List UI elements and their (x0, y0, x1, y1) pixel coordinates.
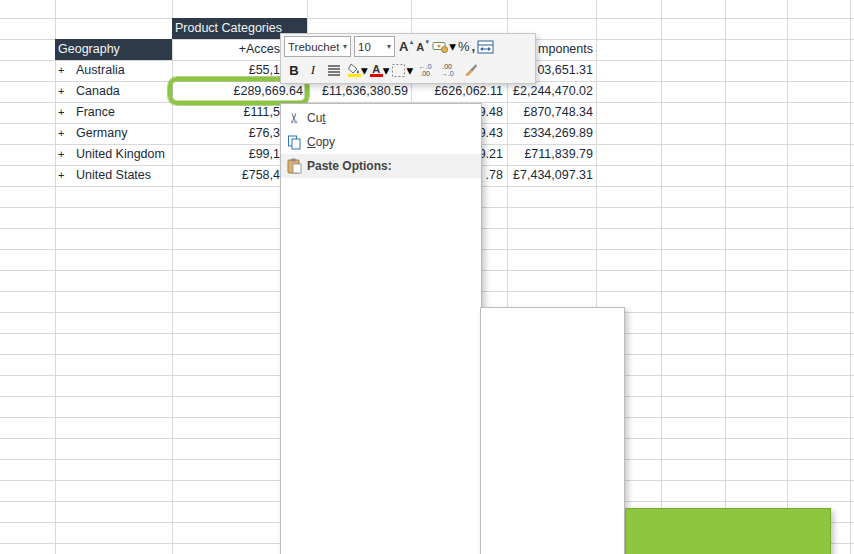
decrease-decimal-icon: .00 →.0 (441, 63, 454, 77)
gridline (850, 0, 851, 554)
gridline (787, 0, 788, 554)
value-cell[interactable]: £99,1 (172, 144, 280, 165)
money-icon (432, 40, 449, 53)
row-expander[interactable]: + (58, 144, 72, 165)
gridline (0, 18, 854, 19)
increase-decimal-button[interactable]: ←.0 .00 (415, 59, 435, 81)
chevron-down-icon: ▾ (449, 39, 456, 54)
value-cell[interactable]: £2,244,470.02 (500, 81, 593, 102)
font-name-combo[interactable]: Trebuchet ▾ (284, 36, 351, 57)
gridline (661, 0, 662, 554)
xlcubed-submenu (480, 307, 625, 554)
value-cell[interactable]: £870,748.34 (500, 102, 593, 123)
menu-item-paste-options: Paste Options: (281, 154, 481, 178)
chevron-down-icon: ▾ (384, 42, 394, 51)
comma-style-button[interactable]: , (472, 36, 476, 58)
menu-item-label: Cut (307, 111, 465, 125)
fill-color-button[interactable]: ▾ (347, 59, 368, 81)
scissors-icon: ✂ (281, 110, 307, 126)
borders-button[interactable]: ▾ (391, 59, 413, 81)
bold-button[interactable]: B (285, 59, 303, 81)
chevron-down-icon: ▾ (340, 42, 350, 51)
decrease-decimal-button[interactable]: .00 →.0 (437, 59, 457, 81)
row-expander[interactable]: + (58, 60, 72, 81)
gridline (725, 0, 726, 554)
geography-label-cell[interactable]: United Kingdom (76, 144, 171, 165)
chevron-down-icon: ▾ (406, 63, 413, 78)
row-expander[interactable]: + (58, 123, 72, 144)
value-cell[interactable]: £11,636,380.59 (307, 81, 408, 102)
formatting-submenu (625, 508, 831, 554)
menu-item-cut[interactable]: ✂Cut (281, 106, 481, 130)
geography-label-cell[interactable]: United States (76, 165, 171, 186)
up-arrow-icon: ▲ (408, 39, 414, 45)
center-align-icon (327, 64, 341, 76)
mini-toolbar-row-1: Trebuchet ▾ 10 ▾ A▲ A▼ ▾ % , (284, 35, 532, 59)
center-align-button[interactable] (323, 59, 345, 81)
borders-icon (391, 63, 406, 78)
row-expander[interactable]: + (58, 102, 72, 123)
menu-item-label: Copy (307, 135, 465, 149)
row-expander[interactable]: + (58, 81, 72, 102)
column-header-accessories[interactable]: +Acces (172, 39, 280, 60)
font-size-value: 10 (358, 41, 371, 53)
shrink-font-button[interactable]: A▼ (416, 36, 430, 58)
context-menu: ✂CutCopyPaste Options: (280, 103, 482, 554)
grow-font-icon: A (399, 39, 408, 54)
value-cell[interactable]: £76,3 (172, 123, 280, 144)
value-cell[interactable]: £626,062.11 (411, 81, 503, 102)
row-expander[interactable]: + (58, 165, 72, 186)
menu-item-label: Paste Options: (307, 159, 465, 173)
mini-toolbar-row-2: B I ▾ A ▾ (284, 59, 532, 83)
increase-decimal-icon: ←.0 .00 (419, 63, 432, 77)
copy-icon (281, 135, 307, 150)
shrink-font-icon: A (416, 41, 424, 53)
down-arrow-icon: ▼ (424, 39, 430, 45)
geography-label-cell[interactable]: France (76, 102, 171, 123)
font-size-combo[interactable]: 10 ▾ (354, 36, 395, 57)
merge-center-icon (477, 40, 494, 54)
gridline (55, 0, 56, 554)
font-name-value: Trebuchet (288, 41, 339, 53)
grow-font-button[interactable]: A▲ (399, 36, 414, 58)
geography-label-cell[interactable]: Canada (76, 81, 171, 102)
paste-clipboard-icon (281, 158, 307, 174)
mini-toolbar: Trebuchet ▾ 10 ▾ A▲ A▼ ▾ % , (280, 33, 536, 84)
font-color-icon: A (370, 64, 383, 77)
chevron-down-icon: ▾ (361, 63, 368, 78)
format-painter-brush-icon (462, 63, 478, 77)
value-cell[interactable]: £7,434,097.31 (500, 165, 593, 186)
font-color-button[interactable]: A ▾ (370, 59, 390, 81)
merge-center-button[interactable] (477, 36, 494, 58)
value-cell[interactable]: £711,839.79 (500, 144, 593, 165)
excel-worksheet: Product CategoriesGeography+Accesmponent… (0, 0, 854, 554)
row-header-geography[interactable]: Geography (55, 39, 172, 60)
value-cell[interactable]: £334,269.89 (500, 123, 593, 144)
menu-item-copy[interactable]: Copy (281, 130, 481, 154)
value-cell[interactable]: £758,4 (172, 165, 280, 186)
fill-color-icon (347, 63, 361, 77)
chevron-down-icon: ▾ (383, 63, 390, 78)
geography-label-cell[interactable]: Australia (76, 60, 171, 81)
percent-style-button[interactable]: % (458, 36, 470, 58)
format-painter-button[interactable] (459, 59, 481, 81)
accounting-format-button[interactable]: ▾ (432, 36, 456, 58)
italic-button[interactable]: I (305, 59, 321, 81)
geography-label-cell[interactable]: Germany (76, 123, 171, 144)
value-cell[interactable]: £111,5 (172, 102, 280, 123)
